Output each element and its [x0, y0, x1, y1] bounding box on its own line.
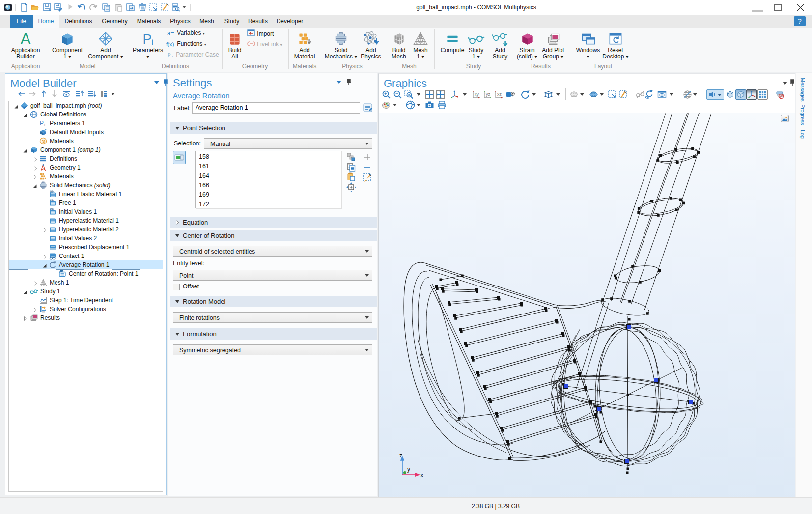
- svg-text:z: z: [399, 452, 402, 459]
- svg-text:P: P: [142, 31, 151, 47]
- svg-text:P: P: [40, 120, 44, 127]
- svg-text:yz: yz: [486, 92, 491, 97]
- svg-text:i: i: [151, 38, 153, 46]
- svg-text:i: i: [172, 54, 173, 58]
- svg-text:i: i: [44, 122, 45, 127]
- svg-text:y: y: [407, 466, 410, 473]
- svg-text:P: P: [168, 52, 171, 58]
- svg-text:a=: a=: [167, 30, 174, 36]
- svg-text:x: x: [420, 472, 423, 479]
- svg-text:xz: xz: [497, 92, 502, 97]
- svg-text:A: A: [20, 30, 31, 47]
- svg-text:f(x): f(x): [166, 41, 174, 47]
- svg-text:xy: xy: [475, 92, 479, 97]
